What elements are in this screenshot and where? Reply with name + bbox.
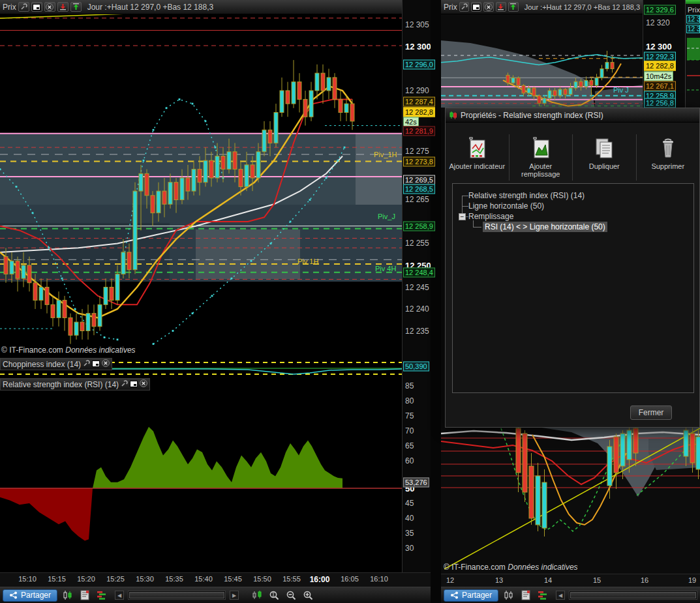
right-price-axis[interactable]: 12 32012 30012 329,612 292,312 282,810m4… bbox=[643, 0, 685, 108]
time-tick: 16:05 bbox=[341, 575, 359, 583]
tree-collapse-toggle[interactable]: − bbox=[459, 213, 466, 220]
close-icon[interactable] bbox=[140, 379, 147, 389]
left-window-titlebar: Prix Jour :+Haut 12 297,0 +Bas 12 188,3 bbox=[0, 0, 402, 14]
delete-label: Supprimer bbox=[651, 162, 684, 170]
window-icon[interactable] bbox=[130, 380, 138, 389]
candles-icon bbox=[449, 111, 457, 119]
candles-tool-icon[interactable] bbox=[61, 589, 74, 602]
close-icon[interactable] bbox=[483, 2, 494, 12]
arrow-down-icon[interactable] bbox=[57, 2, 68, 12]
window-gap bbox=[431, 0, 441, 603]
time-tick: 15:15 bbox=[48, 575, 66, 583]
time-tick: 16:10 bbox=[370, 575, 388, 583]
right-time-axis: 121314151619 bbox=[441, 574, 700, 587]
tree-connector bbox=[462, 196, 468, 196]
zoom-out-icon[interactable] bbox=[284, 589, 297, 602]
price-badge: 12 282,8 bbox=[644, 61, 676, 71]
tree-item[interactable]: RSI (14) < > Ligne horizontale (50) bbox=[483, 222, 607, 232]
price-tick: 80 bbox=[405, 396, 414, 405]
right-top-chart[interactable] bbox=[441, 14, 643, 108]
notes-tool-icon[interactable] bbox=[78, 589, 91, 602]
price-badge: 50,390 bbox=[403, 362, 429, 372]
time-tick: 15:20 bbox=[77, 575, 95, 583]
right-toolbar: Partager ◀ bbox=[441, 587, 700, 603]
wrench-icon[interactable] bbox=[83, 360, 90, 369]
close-dialog-button[interactable]: Fermer bbox=[630, 405, 672, 420]
add-fill-label: Ajouter remplissage bbox=[511, 162, 571, 178]
window-icon[interactable] bbox=[92, 360, 100, 369]
price-badge: 12 281,9 bbox=[403, 126, 435, 136]
price-tick: 12 240 bbox=[405, 304, 429, 314]
left-window-title: Prix bbox=[3, 3, 16, 12]
price-tick: 65 bbox=[405, 441, 414, 450]
indicator-tool-icon[interactable] bbox=[536, 589, 549, 602]
left-toolbar: Partager ◀ ▶ bbox=[0, 587, 431, 603]
duplicate-label: Dupliquer bbox=[589, 162, 620, 170]
sliver-price-label: 12 34 bbox=[686, 15, 700, 23]
third-chart-window[interactable]: Prix 12 34 12 34 bbox=[685, 0, 700, 108]
time-tick: 16:00 bbox=[310, 575, 330, 584]
scr-thumb[interactable] bbox=[570, 592, 696, 598]
apply-indicator-icon[interactable] bbox=[251, 589, 264, 602]
price-tick: 12 305 bbox=[405, 20, 429, 29]
scr-thumb[interactable] bbox=[129, 592, 224, 598]
scroll-left-arrow[interactable]: ◀ bbox=[556, 591, 565, 600]
price-badge: 12 256,8 bbox=[644, 98, 676, 108]
rsi-panel[interactable] bbox=[0, 377, 402, 572]
right-bottom-chart[interactable] bbox=[441, 427, 700, 574]
price-tick: 45 bbox=[405, 499, 414, 508]
tree-item[interactable]: Remplissage bbox=[468, 211, 513, 222]
share-button[interactable]: Partager bbox=[444, 589, 498, 602]
price-badge: 12 267,1 bbox=[644, 81, 676, 91]
tree-item[interactable]: Relative strength index (RSI) (14) bbox=[468, 190, 585, 201]
time-tick: 13 bbox=[495, 576, 503, 584]
window-icon[interactable] bbox=[31, 2, 42, 12]
sliver-title: Prix bbox=[686, 4, 700, 14]
delete-button[interactable]: Supprimer bbox=[636, 134, 700, 181]
tree-connector bbox=[473, 227, 481, 228]
zoom-in-icon[interactable] bbox=[301, 589, 314, 602]
arrow-up-icon[interactable] bbox=[70, 2, 82, 12]
arrow-up-icon[interactable] bbox=[508, 2, 519, 12]
right-window-summary: Jour :+Haut 12 297,0 +Bas 12 188,3 bbox=[525, 3, 640, 11]
arrow-down-icon[interactable] bbox=[496, 2, 506, 12]
close-icon[interactable] bbox=[102, 359, 110, 369]
notes-tool-icon[interactable] bbox=[519, 589, 532, 602]
tree-item[interactable]: Ligne horizontale (50) bbox=[468, 201, 544, 211]
chart-scrollbar[interactable] bbox=[569, 591, 697, 600]
price-tick: 40 bbox=[405, 514, 414, 523]
price-badge: 12 248,4 bbox=[403, 268, 435, 278]
right-window-title: Prix bbox=[444, 3, 457, 12]
indicator-tool-icon[interactable] bbox=[95, 589, 108, 602]
window-icon[interactable] bbox=[471, 2, 481, 12]
scroll-right-arrow[interactable]: ▶ bbox=[230, 591, 239, 600]
share-button[interactable]: Partager bbox=[3, 589, 57, 602]
dialog-titlebar[interactable]: Propriétés - Relative strength index (RS… bbox=[446, 108, 699, 123]
wrench-icon[interactable] bbox=[121, 380, 128, 389]
price-badge: 12 292,3 bbox=[644, 52, 676, 62]
scroll-left-arrow[interactable]: ◀ bbox=[115, 591, 124, 600]
time-tick: 15:10 bbox=[18, 575, 37, 583]
close-icon[interactable] bbox=[44, 2, 55, 12]
time-tick: 19 bbox=[688, 576, 696, 584]
wrench-icon[interactable] bbox=[459, 2, 470, 12]
left-copyright: © IT-Finance.com Données indicatives bbox=[1, 346, 136, 355]
pan-zoom-icon[interactable] bbox=[267, 589, 281, 602]
price-tick: 12 300 bbox=[405, 42, 431, 51]
left-window-summary: Jour :+Haut 12 297,0 +Bas 12 188,3 bbox=[87, 3, 213, 12]
candles-tool-icon[interactable] bbox=[502, 589, 515, 602]
add-indicator-button[interactable]: Ajouter indicateur bbox=[446, 134, 509, 181]
price-tick: 30 bbox=[405, 544, 414, 553]
choppiness-strip: Choppiness index (14) bbox=[0, 358, 112, 370]
duplicate-button[interactable]: Dupliquer bbox=[572, 134, 636, 181]
add-fill-button[interactable]: Ajouter remplissage bbox=[509, 134, 573, 181]
chart-scrollbar[interactable] bbox=[128, 591, 226, 600]
trading-workspace: Prix Jour :+Haut 12 297,0 +Bas 12 188,3 … bbox=[0, 0, 700, 603]
main-price-chart[interactable] bbox=[0, 14, 402, 351]
price-badge: 12 268,5 bbox=[403, 184, 435, 194]
wrench-icon[interactable] bbox=[18, 2, 29, 12]
left-price-axis[interactable]: 12 30512 30012 29012 27512 26512 25512 2… bbox=[402, 0, 431, 572]
price-tick: 12 300 bbox=[646, 42, 672, 51]
right-window-titlebar: Prix Jour :+Haut 12 297,0 +Bas 12 188,3 bbox=[441, 0, 643, 14]
time-tick: 15 bbox=[593, 576, 601, 584]
